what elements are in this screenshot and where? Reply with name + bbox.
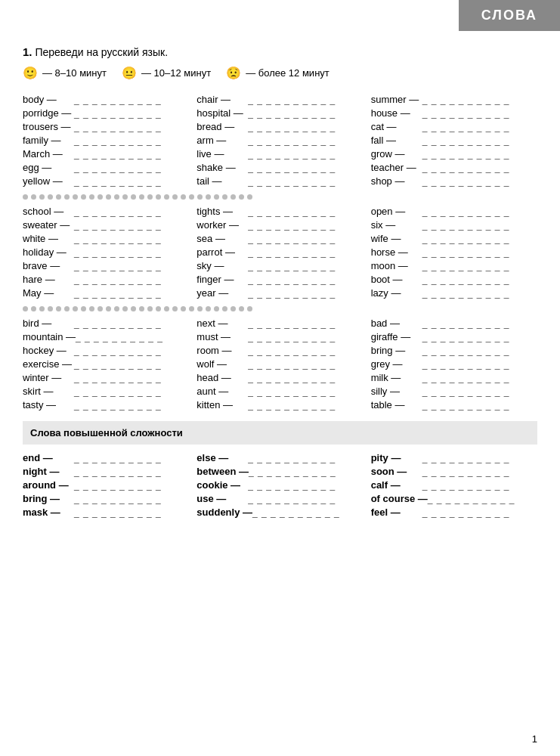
- dash-line: _ _ _ _ _ _ _ _ _ _: [74, 480, 162, 491]
- word-grid-2: school — _ _ _ _ _ _ _ _ _ _tights — _ _…: [23, 206, 537, 299]
- separator-dot: [56, 194, 61, 200]
- dash-line: _ _ _ _ _ _ _ _ _ _: [74, 386, 162, 397]
- list-item: trousers — _ _ _ _ _ _ _ _ _ _: [23, 121, 189, 132]
- dash-line: _ _ _ _ _ _ _ _ _ _: [74, 206, 162, 217]
- dash-line: _ _ _ _ _ _ _ _ _ _: [422, 261, 510, 271]
- dash-line: _ _ _ _ _ _ _ _ _ _: [422, 206, 510, 217]
- separator-dot: [114, 306, 119, 311]
- word-label: bring —: [371, 345, 422, 356]
- word-label: parrot —: [196, 246, 248, 258]
- word-label: May —: [23, 287, 74, 299]
- dash-line: _ _ _ _ _ _ _ _ _ _: [422, 373, 510, 383]
- list-item: shake — _ _ _ _ _ _ _ _ _ _: [196, 162, 363, 173]
- word-label: brave —: [23, 260, 74, 271]
- list-item: May — _ _ _ _ _ _ _ _ _ _: [23, 287, 189, 299]
- word-label: mask —: [23, 507, 74, 518]
- separator-dot: [39, 306, 45, 311]
- advanced-section: Слова повышенной сложности: [23, 421, 537, 445]
- word-label: hospital —: [196, 107, 248, 119]
- list-item: night — _ _ _ _ _ _ _ _ _ _: [23, 466, 189, 477]
- list-item: chair — _ _ _ _ _ _ _ _ _ _: [196, 94, 363, 105]
- list-item: wife — _ _ _ _ _ _ _ _ _ _: [371, 233, 537, 244]
- separator-dot: [23, 194, 28, 200]
- word-label: egg —: [23, 162, 74, 173]
- word-label: next —: [196, 318, 248, 329]
- dash-line: _ _ _ _ _ _ _ _ _ _: [74, 400, 162, 411]
- word-label: March —: [23, 148, 74, 160]
- separator-dot: [106, 194, 111, 200]
- dash-line: _ _ _ _ _ _ _ _ _ _: [422, 400, 510, 411]
- word-label: wolf —: [196, 358, 248, 370]
- separator-dot: [56, 306, 61, 311]
- separator-dot: [81, 194, 86, 200]
- word-label: tasty —: [23, 399, 74, 411]
- list-item: bring — _ _ _ _ _ _ _ _ _ _: [23, 493, 189, 504]
- dash-line: _ _ _ _ _ _ _ _ _ _: [422, 466, 510, 477]
- word-label: end —: [23, 452, 74, 463]
- dash-line: _ _ _ _ _ _ _ _ _ _: [74, 466, 162, 477]
- word-label: feel —: [371, 507, 422, 518]
- separator-dot: [139, 194, 144, 200]
- word-label: suddenly —: [196, 507, 252, 518]
- separator-dot: [181, 306, 186, 311]
- word-label: white —: [23, 233, 74, 244]
- dash-line: _ _ _ _ _ _ _ _ _ _: [74, 345, 162, 356]
- separator-dot: [239, 306, 244, 311]
- word-label: family —: [23, 135, 74, 146]
- list-item: around — _ _ _ _ _ _ _ _ _ _: [23, 479, 189, 491]
- separator-dot: [230, 194, 236, 200]
- dash-line: _ _ _ _ _ _ _ _ _ _: [74, 494, 162, 504]
- separator-dot: [172, 194, 178, 200]
- word-label: bread —: [196, 121, 248, 132]
- list-item: grow — _ _ _ _ _ _ _ _ _ _: [371, 148, 537, 160]
- list-item: use — _ _ _ _ _ _ _ _ _ _: [196, 493, 363, 504]
- section-2: school — _ _ _ _ _ _ _ _ _ _tights — _ _…: [23, 206, 537, 299]
- separator-dot: [214, 306, 219, 311]
- task-title: 1. Переведи на русский язык.: [23, 45, 537, 58]
- word-label: bring —: [23, 493, 74, 504]
- word-label: head —: [196, 372, 248, 383]
- word-label: shake —: [196, 162, 248, 173]
- list-item: soon — _ _ _ _ _ _ _ _ _ _: [371, 466, 537, 477]
- list-item: mountain — _ _ _ _ _ _ _ _ _ _: [23, 331, 189, 342]
- list-item: winter — _ _ _ _ _ _ _ _ _ _: [23, 372, 189, 383]
- dash-line: _ _ _ _ _ _ _ _ _ _: [248, 274, 336, 285]
- list-item: shop — _ _ _ _ _ _ _ _ _ _: [371, 175, 537, 187]
- list-item: egg — _ _ _ _ _ _ _ _ _ _: [23, 162, 189, 173]
- word-label: arm —: [196, 135, 248, 146]
- word-label: bird —: [23, 318, 74, 329]
- word-label: winter —: [23, 372, 74, 383]
- list-item: pity — _ _ _ _ _ _ _ _ _ _: [371, 452, 537, 463]
- separator-dot: [247, 306, 252, 311]
- word-label: tights —: [196, 206, 248, 217]
- word-label: around —: [23, 479, 74, 491]
- list-item: moon — _ _ _ _ _ _ _ _ _ _: [371, 260, 537, 271]
- separator-dot: [222, 194, 227, 200]
- list-item: brave — _ _ _ _ _ _ _ _ _ _: [23, 260, 189, 271]
- list-item: grey — _ _ _ _ _ _ _ _ _ _: [371, 358, 537, 370]
- separator-dot: [64, 306, 70, 311]
- list-item: kitten — _ _ _ _ _ _ _ _ _ _: [196, 399, 363, 411]
- separator-dot: [164, 306, 169, 311]
- list-item: must — _ _ _ _ _ _ _ _ _ _: [196, 331, 363, 342]
- list-item: horse — _ _ _ _ _ _ _ _ _ _: [371, 246, 537, 258]
- list-item: teacher — _ _ _ _ _ _ _ _ _ _: [371, 162, 537, 173]
- dash-line: _ _ _ _ _ _ _ _ _ _: [248, 122, 336, 132]
- list-item: hare — _ _ _ _ _ _ _ _ _ _: [23, 274, 189, 285]
- separator-dot: [139, 306, 144, 311]
- separator-dot: [48, 306, 53, 311]
- dash-line: _ _ _ _ _ _ _ _ _ _: [422, 288, 510, 299]
- list-item: bread — _ _ _ _ _ _ _ _ _ _: [196, 121, 363, 132]
- list-item: fall — _ _ _ _ _ _ _ _ _ _: [371, 135, 537, 146]
- list-item: giraffe — _ _ _ _ _ _ _ _ _ _: [371, 331, 537, 342]
- word-label: lazy —: [371, 287, 422, 299]
- dash-line: _ _ _ _ _ _ _ _ _ _: [422, 345, 510, 356]
- list-item: year — _ _ _ _ _ _ _ _ _ _: [196, 287, 363, 299]
- word-label: moon —: [371, 260, 422, 271]
- dash-line: _ _ _ _ _ _ _ _ _ _: [74, 149, 162, 160]
- dash-line: _ _ _ _ _ _ _ _ _ _: [422, 480, 510, 491]
- word-label: teacher —: [371, 162, 422, 173]
- list-item: bird — _ _ _ _ _ _ _ _ _ _: [23, 318, 189, 329]
- word-label: between —: [196, 466, 249, 477]
- list-item: boot — _ _ _ _ _ _ _ _ _ _: [371, 274, 537, 285]
